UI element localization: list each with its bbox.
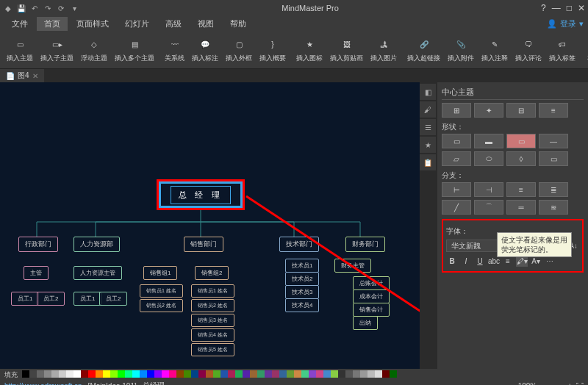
color-swatch[interactable] [368,370,375,378]
node-hr-mgr[interactable]: 人力资源主管 [74,266,122,280]
help-icon[interactable]: ? [541,3,546,13]
color-swatch[interactable] [338,370,345,378]
color-swatch[interactable] [279,370,287,378]
color-swatch[interactable] [353,370,360,378]
menu-view[interactable]: 视图 [190,17,221,31]
save-icon[interactable]: 💾 [16,3,26,13]
layout-opt[interactable]: ⊟ [506,103,536,118]
summary-button[interactable]: }插入概要 [256,35,290,65]
color-swatch[interactable] [265,370,272,378]
branch-opt[interactable]: ≡ [506,182,536,197]
branch-opt[interactable]: ≣ [539,182,568,197]
color-swatch[interactable] [169,370,176,378]
color-swatch[interactable] [118,370,125,378]
color-swatch[interactable] [140,370,147,378]
menu-home[interactable]: 首页 [37,17,68,31]
layout-opt[interactable]: ⊞ [442,103,471,118]
branch-opt[interactable]: ═ [506,200,536,215]
node-admin-s1[interactable]: 员工1 [11,292,39,306]
color-swatch[interactable] [81,370,88,378]
shape-opt[interactable]: ▭ [506,134,536,148]
node-sg1[interactable]: 销售组1 [143,266,177,280]
minimize-button[interactable]: — [552,3,561,13]
color-swatch[interactable] [257,370,265,378]
node-admin[interactable]: 行政部门 [18,237,58,252]
fit-button[interactable]: ⛶ [576,382,584,386]
layout-button[interactable]: ⊞布局 [582,35,588,65]
zoom-out-button[interactable]: − [541,382,545,386]
color-swatch[interactable] [206,370,213,378]
node-sales[interactable]: 销售部门 [184,237,223,252]
shape-opt[interactable]: ▭ [442,134,471,148]
menu-advanced[interactable]: 高级 [158,17,189,31]
node-sg2[interactable]: 销售组2 [195,266,229,280]
color-swatch[interactable] [301,370,309,378]
color-swatch[interactable] [37,370,44,378]
color-swatch[interactable] [235,370,243,378]
insert-image-button[interactable]: 🏞插入图片 [367,35,401,65]
color-swatch[interactable] [29,370,37,378]
color-swatch[interactable] [59,370,66,378]
redo-icon[interactable]: ↷ [43,3,53,13]
color-swatch[interactable] [250,370,257,378]
color-swatch[interactable] [191,370,198,378]
undo-icon[interactable]: ↶ [29,3,40,13]
color-swatch[interactable] [132,370,140,378]
color-swatch[interactable] [125,370,132,378]
node-sm5[interactable]: 销售员5 姓名 [191,343,234,356]
color-swatch[interactable] [162,370,169,378]
relation-button[interactable]: 〰关系线 [161,35,188,65]
menu-file[interactable]: 文件 [4,17,35,31]
insert-multiple-button[interactable]: ▤插入多个主题 [111,35,158,65]
color-swatch[interactable] [331,370,338,378]
status-url[interactable]: http://www.edrawsoft.cn [4,382,82,386]
node-sm2[interactable]: 销售员2 姓名 [140,299,183,312]
color-swatch[interactable] [316,370,323,378]
color-swatch[interactable] [198,370,206,378]
color-swatch[interactable] [287,370,294,378]
maximize-button[interactable]: □ [567,3,572,13]
node-hr[interactable]: 人力资源部 [74,237,120,252]
shape-opt[interactable]: — [539,134,568,148]
login-link[interactable]: 👤 登录 ▾ [547,18,584,29]
layout-opt[interactable]: ✦ [474,103,503,118]
shape-opt[interactable]: ▱ [442,151,471,166]
color-swatch[interactable] [323,370,331,378]
color-swatch[interactable] [390,370,397,378]
hyperlink-button[interactable]: 🔗插入超链接 [404,35,444,65]
node-sm1[interactable]: 销售员1 姓名 [140,284,183,298]
color-swatch[interactable] [220,370,228,378]
attachment-button[interactable]: 📎插入附件 [444,35,478,65]
insert-icon-button[interactable]: ★插入图标 [293,35,326,65]
side-tab-brush[interactable]: 🖌 [420,101,436,118]
more-icon[interactable]: ▾ [69,3,79,13]
layout-opt[interactable]: ≡ [539,103,568,118]
side-tab-list[interactable]: ☰ [420,119,436,135]
color-swatch[interactable] [176,370,184,378]
color-swatch[interactable] [110,370,118,378]
menu-help[interactable]: 帮助 [223,17,254,31]
boundary-button[interactable]: ▢插入外框 [222,35,256,65]
color-swatch[interactable] [103,370,110,378]
clipart-button[interactable]: 🖼插入剪贴画 [326,35,367,65]
color-swatch[interactable] [154,370,162,378]
shape-opt[interactable]: ◊ [506,151,536,166]
underline-button[interactable]: U [474,255,486,267]
menu-slideshow[interactable]: 幻灯片 [118,17,157,31]
zoom-in-button[interactable]: + [567,382,572,386]
node-sm4[interactable]: 销售员4 姓名 [191,328,234,342]
color-swatch[interactable] [66,370,74,378]
note-button[interactable]: ✎插入注释 [478,35,512,65]
side-tab-clip[interactable]: 📋 [420,154,436,170]
branch-opt[interactable]: ⊣ [474,182,503,197]
branch-opt[interactable]: ≋ [539,200,568,215]
doc-tab[interactable]: 📄 图4 ✕ [0,69,44,82]
node-hr-s2[interactable]: 员工2 [99,292,127,306]
color-swatch[interactable] [22,370,29,378]
insert-subtopic-button[interactable]: ▭▸插入子主题 [37,35,77,65]
zoom-slider[interactable]: ━●━ [550,382,563,386]
branch-opt[interactable]: ╱ [442,200,471,215]
color-swatch[interactable] [294,370,301,378]
comment-button[interactable]: 🗨插入评论 [512,35,545,65]
color-swatch[interactable] [360,370,368,378]
